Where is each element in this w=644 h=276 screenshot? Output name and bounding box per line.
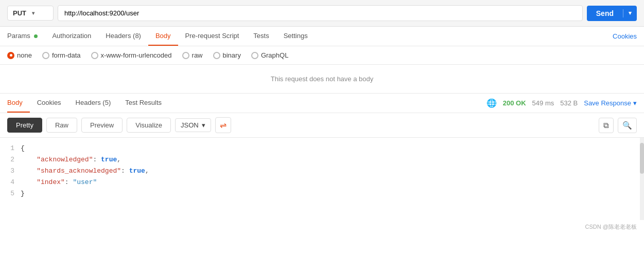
send-label: Send bbox=[587, 9, 623, 17]
save-response-button[interactable]: Save Response ▾ bbox=[584, 99, 637, 107]
no-body-message: This request does not have a body bbox=[0, 65, 644, 94]
code-line-1: { bbox=[21, 143, 644, 154]
tab-pre-request[interactable]: Pre-request Script bbox=[178, 27, 247, 46]
radio-circle-form-data bbox=[42, 52, 49, 59]
radio-circle-binary bbox=[213, 52, 220, 59]
radio-circle-urlencoded bbox=[91, 52, 98, 59]
url-input[interactable] bbox=[58, 5, 583, 21]
radio-graphql[interactable]: GraphQL bbox=[251, 51, 288, 59]
copy-icon: ⧉ bbox=[603, 121, 609, 130]
view-raw-button[interactable]: Raw bbox=[46, 118, 77, 133]
tab-body[interactable]: Body bbox=[148, 27, 178, 46]
code-line-3: "shards_acknowledged": true, bbox=[21, 165, 644, 177]
line-num-5: 5 bbox=[0, 188, 14, 199]
response-tabs-row: Body Cookies Headers (5) Test Results 🌐 … bbox=[0, 94, 644, 113]
line-num-4: 4 bbox=[0, 177, 14, 188]
code-line-2: "acknowledged": true, bbox=[21, 154, 644, 165]
response-meta: 🌐 200 OK 549 ms 532 B Save Response ▾ bbox=[486, 98, 637, 108]
tab-tests[interactable]: Tests bbox=[246, 27, 276, 46]
format-chevron-icon: ▾ bbox=[202, 121, 205, 129]
radio-label-graphql: GraphQL bbox=[261, 51, 288, 59]
radio-binary[interactable]: binary bbox=[213, 51, 241, 59]
radio-label-binary: binary bbox=[223, 51, 241, 59]
wrap-button[interactable]: ⇌ bbox=[215, 117, 231, 133]
radio-none[interactable]: none bbox=[7, 51, 32, 59]
search-icon: 🔍 bbox=[622, 121, 632, 130]
view-pretty-button[interactable]: Pretty bbox=[7, 118, 42, 133]
line-num-1: 1 bbox=[0, 143, 14, 154]
tab-params[interactable]: Params bbox=[7, 27, 45, 46]
send-arrow-icon: ▾ bbox=[623, 10, 637, 16]
tab-authorization[interactable]: Authorization bbox=[45, 27, 98, 46]
line-num-3: 3 bbox=[0, 165, 14, 177]
watermark: CSDN @陈老老老板 bbox=[0, 220, 644, 234]
resp-tab-test-results[interactable]: Test Results bbox=[118, 94, 169, 113]
scrollbar-thumb[interactable] bbox=[640, 143, 644, 174]
format-dropdown[interactable]: JSON ▾ bbox=[175, 118, 211, 132]
response-size: 532 B bbox=[560, 99, 578, 107]
radio-label-form-data: form-data bbox=[52, 51, 81, 59]
radio-label-none: none bbox=[17, 51, 32, 59]
body-type-row: none form-data x-www-form-urlencoded raw… bbox=[0, 46, 644, 65]
send-button[interactable]: Send ▾ bbox=[587, 6, 637, 21]
resp-tab-headers[interactable]: Headers (5) bbox=[68, 94, 118, 113]
method-dropdown[interactable]: PUT ▾ bbox=[7, 6, 54, 21]
format-label: JSON bbox=[181, 121, 199, 129]
view-preview-button[interactable]: Preview bbox=[81, 118, 123, 133]
response-status: 200 OK bbox=[503, 99, 526, 107]
radio-label-urlencoded: x-www-form-urlencoded bbox=[101, 51, 172, 59]
radio-raw[interactable]: raw bbox=[182, 51, 203, 59]
radio-label-raw: raw bbox=[192, 51, 203, 59]
format-toolbar: Pretty Raw Preview Visualize JSON ▾ ⇌ ⧉ … bbox=[0, 113, 644, 138]
code-line-5: } bbox=[21, 188, 644, 199]
cookies-link[interactable]: Cookies bbox=[613, 32, 637, 40]
resp-tab-body[interactable]: Body bbox=[7, 94, 30, 113]
radio-circle-raw bbox=[182, 52, 189, 59]
view-visualize-button[interactable]: Visualize bbox=[127, 118, 171, 133]
chevron-down-icon: ▾ bbox=[32, 10, 48, 16]
radio-urlencoded[interactable]: x-www-form-urlencoded bbox=[91, 51, 172, 59]
code-line-4: "index": "user" bbox=[21, 177, 644, 188]
radio-circle-graphql bbox=[251, 52, 258, 59]
response-time: 549 ms bbox=[532, 99, 554, 107]
url-bar: PUT ▾ Send ▾ bbox=[0, 0, 644, 27]
line-num-2: 2 bbox=[0, 154, 14, 165]
save-response-arrow-icon: ▾ bbox=[633, 99, 637, 107]
code-content: { "acknowledged": true, "shards_acknowle… bbox=[21, 142, 644, 216]
search-button[interactable]: 🔍 bbox=[618, 118, 637, 133]
method-label: PUT bbox=[13, 9, 29, 17]
wrap-icon: ⇌ bbox=[220, 120, 227, 130]
request-tabs: Params Authorization Headers (8) Body Pr… bbox=[0, 27, 644, 46]
radio-circle-none bbox=[7, 52, 14, 59]
scrollbar-track[interactable] bbox=[640, 138, 644, 220]
globe-icon: 🌐 bbox=[486, 98, 497, 108]
response-section: Body Cookies Headers (5) Test Results 🌐 … bbox=[0, 94, 644, 234]
radio-form-data[interactable]: form-data bbox=[42, 51, 81, 59]
tab-settings[interactable]: Settings bbox=[276, 27, 315, 46]
tab-headers[interactable]: Headers (8) bbox=[98, 27, 148, 46]
code-area: 1 2 3 4 5 { "acknowledged": true, "shard… bbox=[0, 138, 644, 220]
line-numbers: 1 2 3 4 5 bbox=[0, 142, 21, 216]
copy-button[interactable]: ⧉ bbox=[599, 118, 614, 133]
resp-tab-cookies[interactable]: Cookies bbox=[30, 94, 68, 113]
